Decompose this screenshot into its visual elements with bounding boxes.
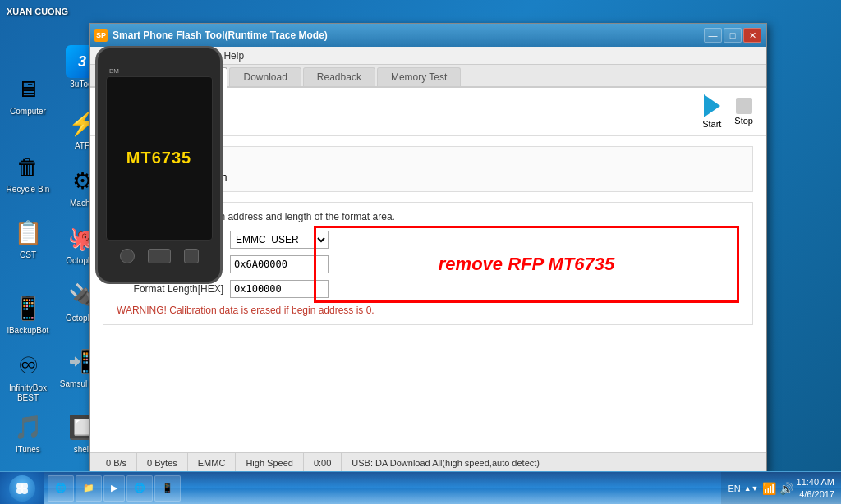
desktop-icons <box>0 0 13 13</box>
tab-download[interactable]: Download <box>229 67 301 86</box>
infinitybox-icon: ♾ <box>11 349 44 382</box>
window-titlebar: SP Smart Phone Flash Tool(Runtime Trace … <box>90 24 766 47</box>
atf-label: ATF <box>75 141 90 151</box>
itunes-label: iTunes <box>16 445 40 455</box>
taskbar-apps: 🌐 📁 ▶ 🌐 📱 <box>44 472 721 504</box>
taskbar-app-chrome[interactable]: 🌐 <box>126 475 153 502</box>
clock-time: 11:40 AM <box>797 476 834 488</box>
ibackupbot-label: iBackupBot <box>7 326 49 336</box>
desktop-icon-computer[interactable]: 🖥 Computer <box>3 72 53 117</box>
status-time: 0:00 <box>304 453 342 472</box>
status-storage: EMMC <box>188 453 237 472</box>
stop-button[interactable]: Stop <box>734 98 753 126</box>
desktop-icon-itunes[interactable]: 🎵 iTunes <box>3 410 53 455</box>
tab-memory-test[interactable]: Memory Test <box>377 67 461 86</box>
statusbar: 0 B/s 0 Bytes EMMC High Speed 0:00 USB: … <box>90 452 766 472</box>
start-button[interactable] <box>0 472 44 505</box>
phone-preview: BM MT6735 <box>95 46 223 284</box>
desktop-icon-recycle[interactable]: 🗑 Recycle Bin <box>3 150 53 195</box>
warning-text: WARNING! Calibration data is erased if b… <box>117 305 739 316</box>
desktop-icon-ibackupbot[interactable]: 📱 iBackupBot <box>3 291 53 336</box>
taskbar-app-media[interactable]: ▶ <box>103 475 125 502</box>
infinitybox-label: InfinityBox BEST <box>3 383 53 403</box>
taskbar-clock: 11:40 AM 4/6/2017 <box>797 476 834 500</box>
chrome-icon: 🌐 <box>134 483 145 493</box>
svg-point-3 <box>21 488 28 494</box>
stop-label: Stop <box>734 116 753 126</box>
status-bytes: 0 Bytes <box>137 453 188 472</box>
phone-model: MT6735 <box>126 149 191 167</box>
itunes-icon: 🎵 <box>11 410 44 443</box>
taskbar-app-explorer[interactable]: 📁 <box>76 475 102 502</box>
status-speed: 0 B/s <box>96 453 137 472</box>
ibackupbot-icon: 📱 <box>11 291 44 324</box>
window-title: Smart Phone Flash Tool(Runtime Trace Mod… <box>113 30 704 41</box>
start-button[interactable]: Start <box>702 94 721 129</box>
media-icon: ▶ <box>111 483 117 493</box>
phone-brand: BM <box>109 67 119 75</box>
format-length-label: Format Length[HEX] <box>117 283 223 295</box>
region-select[interactable]: EMMC_USER <box>230 231 329 249</box>
recycle-icon: 🗑 <box>11 150 44 183</box>
volume-icon: 🔊 <box>779 482 793 495</box>
window-app-icon: SP <box>94 29 108 42</box>
explorer-icon: 📁 <box>83 483 94 493</box>
phone-btn-back <box>120 249 135 263</box>
status-mode: High Speed <box>236 453 304 472</box>
clock-date: 4/6/2017 <box>797 488 834 500</box>
cst-icon: 📋 <box>11 216 44 249</box>
recycle-label: Recycle Bin <box>7 185 50 195</box>
phone-btn-menu <box>184 249 199 263</box>
tab-readback[interactable]: Readback <box>303 67 375 86</box>
computer-icon: 🖥 <box>11 72 44 105</box>
close-button[interactable]: ✕ <box>743 28 761 43</box>
ie-icon: 🌐 <box>55 483 67 493</box>
phone-btn-home <box>148 249 171 263</box>
window-controls: — □ ✕ <box>704 28 761 43</box>
taskbar-app-ie[interactable]: 🌐 <box>48 475 74 502</box>
spflash-icon: 📱 <box>162 483 173 493</box>
computer-label: Computer <box>10 107 46 117</box>
phone-screen: MT6735 <box>106 76 213 241</box>
arrow-icon: ▲▼ <box>744 484 759 493</box>
start-orb-icon <box>9 475 35 502</box>
play-icon <box>704 94 720 117</box>
taskbar: 🌐 📁 ▶ 🌐 📱 EN ▲▼ 📶 🔊 11:40 AM 4/6/2017 <box>0 471 841 504</box>
minimize-button[interactable]: — <box>704 28 722 43</box>
user-label: XUAN CUONG <box>7 7 68 17</box>
toolbar-buttons: Start Stop <box>702 94 753 129</box>
begin-address-input[interactable] <box>230 255 329 273</box>
desktop-icon-infinitybox[interactable]: ♾ InfinityBox BEST <box>3 349 53 403</box>
network-icon: 📶 <box>762 482 776 495</box>
lang-indicator: EN <box>728 483 740 493</box>
desktop-icon-cst[interactable]: 📋 CST <box>3 216 53 260</box>
desktop: XUAN CUONG 🖥 Computer 🗑 Recycle Bin 📋 CS… <box>0 0 841 504</box>
start-label: Start <box>702 119 721 129</box>
status-message: USB: DA Download All(high speed,auto det… <box>342 453 760 472</box>
cst-label: CST <box>20 250 36 260</box>
format-length-input[interactable] <box>230 280 329 298</box>
taskbar-tray: EN ▲▼ 📶 🔊 11:40 AM 4/6/2017 <box>721 472 841 504</box>
taskbar-app-spflash[interactable]: 📱 <box>154 475 181 502</box>
stop-icon <box>736 98 752 114</box>
maximize-button[interactable]: □ <box>724 28 742 43</box>
phone-buttons <box>120 249 199 263</box>
